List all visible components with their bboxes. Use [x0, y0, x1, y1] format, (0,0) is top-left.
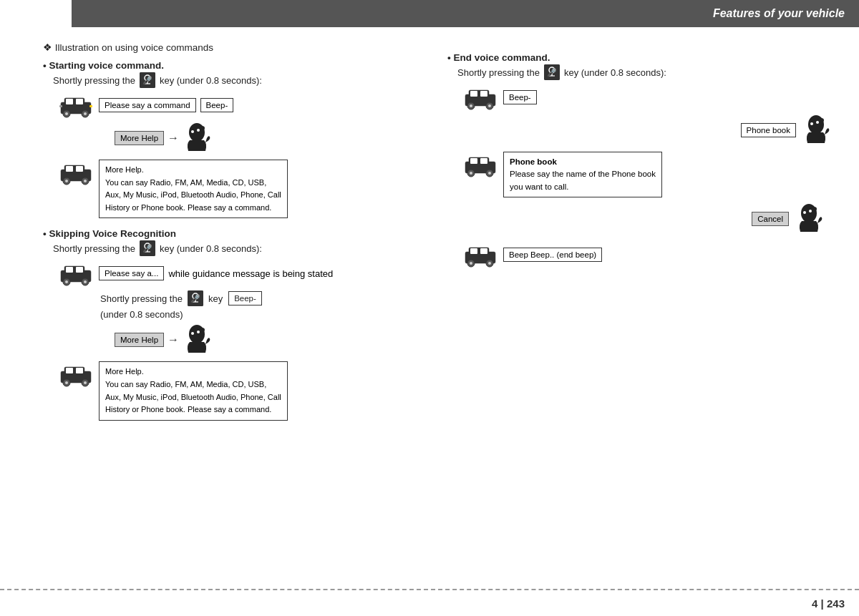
- more-help-box-1: More Help: [115, 131, 164, 145]
- help2-line3: Aux, My Music, iPod, Bluetooth Audio, Ph…: [105, 391, 281, 404]
- car-icon-1: [57, 92, 94, 118]
- svg-point-39: [193, 293, 198, 299]
- car-icon-3: [57, 260, 94, 286]
- section2-help-box: More Help. You can say Radio, FM, AM, Me…: [43, 361, 426, 420]
- svg-rect-60: [470, 91, 477, 97]
- mic-key-icon-right: [544, 64, 560, 80]
- while-text: while guidance message is being stated: [168, 268, 333, 279]
- svg-point-69: [816, 121, 819, 124]
- svg-rect-33: [76, 267, 83, 273]
- please-say-command-box: Please say a command: [99, 98, 196, 112]
- svg-point-9: [65, 112, 68, 115]
- help2-line4: History or Phone book. Please say a comm…: [105, 404, 281, 416]
- svg-point-89: [488, 262, 491, 265]
- phone-book-box: Phone book: [741, 123, 796, 137]
- help-line1: More Help.: [105, 164, 281, 177]
- header-bar: Features of your vehicle: [72, 0, 859, 27]
- intro-text: Illustration on using voice commands: [55, 42, 213, 53]
- svg-point-75: [470, 172, 472, 175]
- cross-symbol: ❖: [43, 42, 52, 53]
- phone-book-line2: Please say the name of the Phone book: [510, 168, 656, 180]
- svg-rect-48: [66, 368, 73, 373]
- svg-point-11: [84, 112, 87, 115]
- footer-bar: 4 | 243: [0, 589, 859, 616]
- svg-rect-7: [76, 99, 83, 104]
- person-head-icon-3: [802, 114, 830, 146]
- help-text-box-1: More Help. You can say Radio, FM, AM, Me…: [99, 160, 288, 218]
- svg-point-35: [65, 280, 68, 283]
- svg-point-77: [488, 172, 491, 175]
- svg-rect-49: [76, 368, 83, 373]
- arrow-icon-1: →: [168, 132, 179, 145]
- help-line2: You can say Radio, FM, AM, Media, CD, US…: [105, 177, 281, 190]
- svg-point-51: [65, 381, 68, 384]
- beep-box-1: Beep-: [200, 98, 234, 112]
- mic-key-icon: [140, 72, 155, 88]
- section2-title: • Skipping Voice Recognition: [43, 228, 426, 239]
- svg-point-55: [549, 67, 555, 73]
- beep-skip-box: Beep-: [228, 291, 262, 305]
- under-seconds-text: (under 0.8 seconds): [57, 309, 426, 320]
- mic-key-icon-3: [188, 290, 203, 306]
- svg-rect-12: [59, 105, 62, 107]
- arrow-icon-2: →: [168, 333, 179, 346]
- beep-box-skip: Beep-: [228, 294, 262, 303]
- svg-point-15: [199, 126, 205, 130]
- svg-point-45: [197, 331, 200, 333]
- intro-line: ❖ Illustration on using voice commands: [43, 41, 426, 53]
- right-diagram1: Beep- Phone book: [447, 84, 830, 146]
- section-end-voice: • End voice command. Shortly pressing th…: [447, 52, 830, 268]
- svg-rect-6: [66, 99, 73, 104]
- car-icon-5: [462, 84, 499, 110]
- svg-point-23: [65, 180, 68, 182]
- svg-point-27: [145, 243, 150, 249]
- person-head-icon-1: [183, 122, 211, 154]
- right-section-title: • End voice command.: [447, 52, 830, 63]
- beep-right-1: Beep-: [503, 90, 537, 104]
- svg-rect-73: [480, 158, 487, 164]
- right-column: • End voice command. Shortly pressing th…: [447, 41, 830, 582]
- svg-rect-85: [480, 248, 487, 254]
- mic-key-icon-2: [140, 240, 155, 256]
- svg-point-43: [199, 328, 205, 332]
- help-line4: History or Phone book. Please say a comm…: [105, 202, 281, 215]
- shortly-pressing-line-2: Shortly pressing the key Beep-: [57, 290, 426, 306]
- phone-book-detail-box: Phone book Please say the name of the Ph…: [503, 152, 662, 197]
- right-diagram3: Phone book Please say the name of the Ph…: [447, 152, 830, 197]
- svg-rect-13: [89, 105, 92, 107]
- section2-subtitle: Shortly pressing the key (under 0.8 seco…: [43, 240, 426, 256]
- page-number: 4 | 243: [812, 597, 845, 610]
- car-icon-6: [462, 152, 499, 177]
- more-help-row-1: More Help →: [115, 122, 426, 154]
- svg-point-87: [470, 262, 472, 265]
- phone-book-title: Phone book: [510, 156, 656, 168]
- person-head-icon-4: [795, 203, 823, 235]
- svg-point-63: [470, 104, 472, 107]
- svg-rect-21: [76, 166, 83, 172]
- svg-rect-20: [66, 166, 73, 172]
- svg-rect-72: [470, 158, 477, 164]
- help2-line1: More Help.: [105, 366, 281, 378]
- svg-point-44: [191, 332, 194, 335]
- svg-point-65: [488, 104, 491, 107]
- help-line3: Aux, My Music, iPod, Bluetooth Audio, Ph…: [105, 189, 281, 202]
- section1-subtitle: Shortly pressing the key (under 0.8 seco…: [43, 72, 426, 88]
- section-skip-voice: • Skipping Voice Recognition Shortly pre…: [43, 228, 426, 420]
- svg-rect-84: [470, 248, 477, 254]
- section2-diagram1: Please say a... while guidance message i…: [43, 260, 426, 356]
- section1-diagram1: Please say a command Beep- More Help →: [43, 92, 426, 154]
- right-subtitle: Shortly pressing the key (under 0.8 seco…: [447, 64, 830, 80]
- more-help-row-2: More Help →: [115, 324, 426, 356]
- phone-book-line3: you want to call.: [510, 181, 656, 193]
- svg-point-80: [803, 211, 806, 214]
- section1-title: • Starting voice command.: [43, 60, 426, 71]
- car-icon-4: [57, 361, 94, 387]
- svg-rect-32: [66, 267, 73, 273]
- more-help-box-2: More Help: [115, 333, 164, 347]
- main-content: ❖ Illustration on using voice commands •…: [0, 27, 859, 589]
- right-diagram5: Beep Beep.. (end beep): [447, 242, 830, 268]
- left-column: ❖ Illustration on using voice commands •…: [43, 41, 426, 582]
- header-title: Features of your vehicle: [713, 7, 845, 20]
- section1-help-box: More Help. You can say Radio, FM, AM, Me…: [43, 160, 426, 218]
- help-text-box-2: More Help. You can say Radio, FM, AM, Me…: [99, 361, 288, 420]
